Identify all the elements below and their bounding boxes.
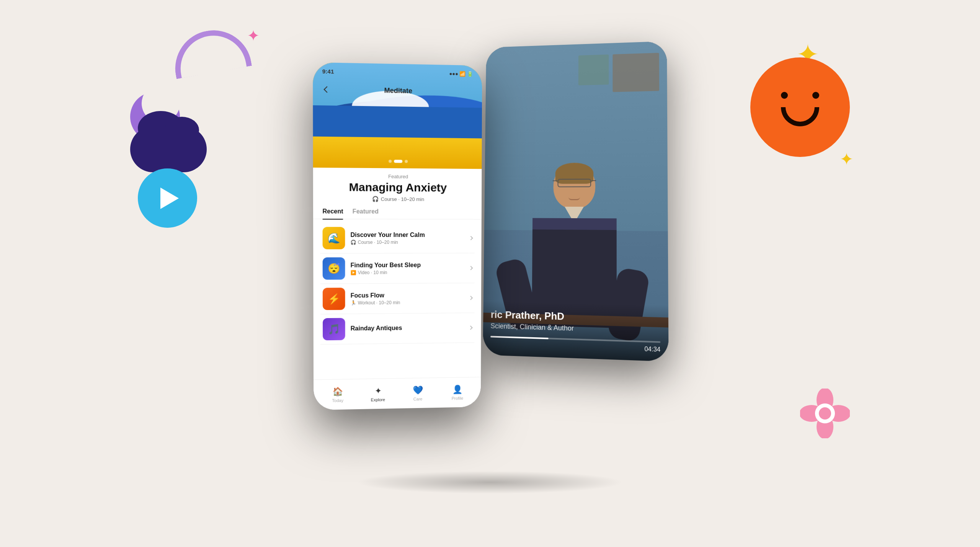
- status-icons: ●●● 📶 🔋: [449, 70, 473, 77]
- nav-item-profile[interactable]: 👤 Profile: [438, 384, 477, 401]
- banner-area: 9:41 ●●● 📶 🔋 Meditate: [313, 62, 482, 169]
- page-background: ✦ ✦ ✦: [0, 0, 980, 547]
- orange-smiley-decoration: [750, 57, 850, 157]
- list-item[interactable]: ⚡ Focus Flow 🏃 Workout · 10–20 min: [320, 283, 475, 314]
- svg-point-4: [815, 403, 835, 423]
- dot-1: [389, 160, 392, 163]
- focus-icon: ⚡: [328, 293, 340, 305]
- video-time: 04:34: [490, 340, 660, 353]
- shirt-detail: [532, 218, 617, 230]
- featured-meta: 🎧 Course · 10–20 min: [322, 196, 472, 202]
- person-collar: [565, 207, 584, 218]
- item-thumb-calm: 🌊: [323, 227, 345, 249]
- profile-icon: 👤: [452, 384, 463, 394]
- nav-item-care[interactable]: 💙 Care: [398, 385, 438, 401]
- video-progress-fill: [490, 336, 549, 339]
- chevron-right-icon: [469, 326, 473, 330]
- care-icon: 💙: [413, 385, 423, 395]
- featured-label: Featured: [322, 173, 472, 180]
- tabs-row: Recent Featured: [313, 208, 482, 219]
- video-background: ric Prather, PhD Scientist, Clinician & …: [483, 41, 668, 362]
- phones-container: ric Prather, PhD Scientist, Clinician & …: [314, 34, 666, 494]
- svg-point-2: [800, 405, 824, 422]
- bottom-nav: 🏠 Today ✦ Explore 💙 Care 👤 Profile: [314, 377, 481, 410]
- item-title-calm: Discover Your Inner Calm: [350, 231, 464, 238]
- course-meta-icon: 🎧: [351, 240, 356, 245]
- status-time: 9:41: [322, 68, 334, 75]
- front-phone: 9:41 ●●● 📶 🔋 Meditate Fea: [313, 62, 482, 410]
- course-icon: 🎧: [372, 196, 379, 202]
- back-button[interactable]: [321, 83, 333, 96]
- phone-screen: 9:41 ●●● 📶 🔋 Meditate Fea: [313, 62, 482, 410]
- nav-label-explore: Explore: [371, 397, 385, 402]
- tab-featured[interactable]: Featured: [353, 208, 379, 219]
- phone-shadow: [356, 471, 624, 494]
- yellow-star-big-decoration: ✦: [796, 38, 819, 70]
- item-meta-calm: 🎧 Course · 10–20 min: [351, 239, 464, 245]
- svg-point-3: [826, 405, 850, 422]
- featured-section: Featured Managing Anxiety 🎧 Course · 10–…: [313, 168, 482, 209]
- smiley-face: [766, 84, 835, 130]
- item-meta-text-focus: Workout · 10–20 min: [358, 300, 400, 305]
- list-item[interactable]: 😴 Finding Your Best Sleep ▶️ Video · 10 …: [320, 253, 475, 284]
- item-meta-text-sleep: Video · 10 min: [358, 269, 387, 275]
- sleep-icon: 😴: [328, 263, 340, 274]
- person-mouth: [568, 197, 580, 200]
- nav-label-today: Today: [332, 398, 343, 402]
- item-title-focus: Focus Flow: [351, 291, 464, 299]
- purple-dot-decoration: [178, 188, 186, 196]
- tab-recent[interactable]: Recent: [322, 208, 343, 219]
- item-title-rainday: Rainday Antiques: [351, 324, 464, 332]
- chevron-right-icon: [469, 236, 473, 240]
- chevron-right-icon: [469, 296, 473, 300]
- video-meta-icon: ▶️: [351, 270, 356, 275]
- item-meta-sleep: ▶️ Video · 10 min: [351, 269, 464, 275]
- pink-star-decoration: ✦: [247, 27, 260, 44]
- explore-icon: ✦: [374, 386, 381, 396]
- item-info-calm: Discover Your Inner Calm 🎧 Course · 10–2…: [350, 231, 464, 245]
- play-triangle-icon: [160, 188, 179, 209]
- app-content: Featured Managing Anxiety 🎧 Course · 10–…: [313, 168, 482, 380]
- carousel-indicators: [389, 160, 408, 163]
- crescent-moon-decoration: [130, 92, 180, 142]
- back-chevron-icon: [323, 86, 330, 93]
- screen-title: Meditate: [384, 87, 412, 95]
- list-items: 🌊 Discover Your Inner Calm 🎧 Course · 10…: [313, 223, 482, 345]
- list-item[interactable]: 🌊 Discover Your Inner Calm 🎧 Course · 10…: [320, 223, 475, 254]
- featured-title: Managing Anxiety: [322, 180, 472, 194]
- home-icon: 🏠: [333, 387, 343, 397]
- dot-3: [405, 160, 408, 163]
- item-info-rainday: Rainday Antiques: [351, 324, 464, 333]
- item-meta-rainday: [351, 332, 464, 333]
- back-phone: ric Prather, PhD Scientist, Clinician & …: [483, 41, 668, 362]
- bookshelf-items: [612, 53, 659, 92]
- person-head: [553, 163, 595, 209]
- workout-meta-icon: 🏃: [351, 300, 356, 305]
- item-info-sleep: Finding Your Best Sleep ▶️ Video · 10 mi…: [351, 261, 464, 275]
- featured-meta-text: Course · 10–20 min: [381, 196, 424, 202]
- svg-point-0: [817, 389, 833, 412]
- svg-point-1: [817, 415, 833, 438]
- item-thumb-sleep: 😴: [323, 257, 345, 279]
- calm-icon: 🌊: [328, 232, 340, 244]
- nav-item-today[interactable]: 🏠 Today: [317, 386, 358, 403]
- dark-cloud-decoration: [130, 126, 207, 172]
- purple-arc-decoration: [169, 24, 252, 79]
- item-thumb-rainday: 🎵: [323, 318, 345, 341]
- yellow-sand: [313, 137, 482, 169]
- eye-left: [781, 92, 788, 99]
- status-bar: 9:41 ●●● 📶 🔋: [313, 62, 482, 83]
- dot-2: [394, 160, 402, 163]
- chevron-right-icon: [469, 266, 473, 270]
- list-item[interactable]: 🎵 Rainday Antiques: [320, 313, 474, 345]
- nav-item-explore[interactable]: ✦ Explore: [358, 385, 398, 402]
- smile: [781, 107, 819, 126]
- blue-play-circle-decoration: [138, 168, 197, 228]
- bookshelf-items2: [578, 54, 609, 85]
- item-title-sleep: Finding Your Best Sleep: [351, 261, 464, 269]
- video-overlay: ric Prather, PhD Scientist, Clinician & …: [483, 301, 668, 362]
- yellow-star-small-decoration: ✦: [840, 149, 854, 169]
- nav-bar: Meditate: [313, 80, 482, 102]
- svg-point-5: [819, 407, 831, 420]
- back-phone-content: ric Prather, PhD Scientist, Clinician & …: [483, 41, 668, 362]
